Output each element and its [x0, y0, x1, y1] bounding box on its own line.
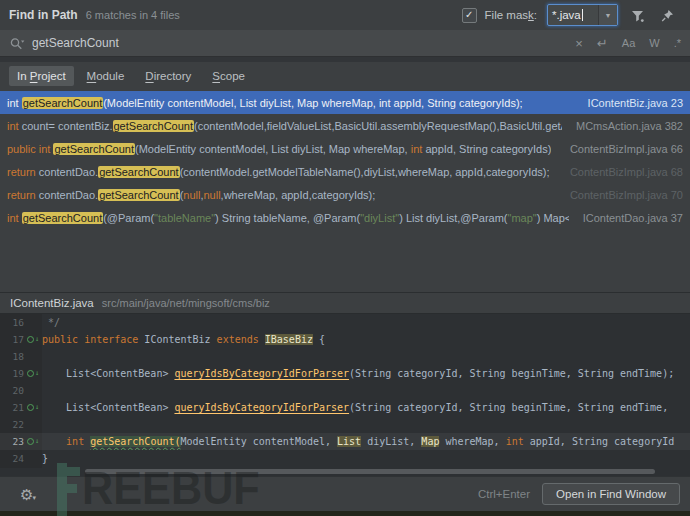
- code-segment: extends: [217, 334, 265, 345]
- insert-newline-icon[interactable]: ↵: [597, 36, 608, 51]
- tabs: In ProjectModuleDirectoryScope: [0, 62, 690, 90]
- result-text: public int getSearchCount(ModelEntity co…: [7, 143, 551, 155]
- code-line[interactable]: 23↓ int getSearchCount(ModelEntity conte…: [0, 433, 690, 450]
- file-mask-label-pre: File mas: [485, 9, 528, 21]
- preview-file-name: IContentBiz.java: [10, 297, 94, 309]
- code-text: }: [42, 453, 48, 464]
- code-segment: */: [42, 317, 60, 328]
- line-number: 24: [0, 453, 24, 464]
- line-number: 19: [0, 368, 24, 379]
- text-caret: [582, 9, 583, 21]
- search-history-chevron[interactable]: [21, 40, 24, 42]
- line-number: 16: [0, 317, 24, 328]
- result-text: int getSearchCount(ModelEntity contentMo…: [7, 97, 523, 109]
- implemented-method-icon[interactable]: ↓: [24, 370, 42, 377]
- tab-directory[interactable]: Directory: [137, 66, 199, 86]
- regex-toggle[interactable]: .*: [674, 37, 681, 49]
- search-query: getSearchCount: [32, 36, 119, 50]
- code-segment: [42, 436, 66, 447]
- code-line[interactable]: 22: [0, 416, 690, 433]
- code-segment: List<ContentBean>: [42, 402, 174, 413]
- tab-in-project[interactable]: In Project: [9, 66, 74, 86]
- code-segment: (String categoryId, String beginTime, St…: [349, 368, 674, 379]
- code-segment: IContentBiz: [144, 334, 216, 345]
- dialog-footer: ⚙▾ Ctrl+Enter Open in Find Window: [0, 476, 690, 511]
- code-segment: int: [7, 212, 22, 224]
- code-segment: ModelEntity contentModel,: [181, 436, 338, 447]
- file-mask-label: File mask:: [485, 9, 537, 21]
- search-icon: [9, 36, 25, 51]
- result-file-label: ContentBizImpl.java 68: [556, 166, 683, 178]
- code-segment: contentDao.: [39, 166, 98, 178]
- horizontal-scrollbar[interactable]: [0, 468, 690, 476]
- code-line[interactable]: 24}: [0, 450, 690, 467]
- file-mask-dropdown-button[interactable]: ▼: [598, 5, 617, 25]
- code-segment: ) String tableName, @Param(: [215, 212, 360, 224]
- code-line[interactable]: 21↓ List<ContentBean> queryIdsByCategory…: [0, 399, 690, 416]
- filter-button[interactable]: [626, 4, 648, 26]
- settings-gear-button[interactable]: ⚙▾: [20, 487, 36, 502]
- code-segment: (contentModel,fieldValueList,BasicUtil.a…: [194, 120, 562, 132]
- open-in-find-window-button[interactable]: Open in Find Window: [542, 483, 680, 505]
- preview-header: IContentBiz.java src/main/java/net/mings…: [0, 292, 690, 314]
- code-line[interactable]: 20: [0, 382, 690, 399]
- result-row[interactable]: return contentDao.getSearchCount(content…: [0, 160, 690, 183]
- code-segment: ,whereMap, appId,categoryIds);: [221, 189, 376, 201]
- code-segment: queryIdsByCategoryIdForParser: [174, 402, 349, 413]
- code-segment: IBaseBiz: [265, 334, 313, 345]
- clear-search-icon[interactable]: ×: [575, 36, 583, 51]
- code-segment: diyList,: [361, 436, 421, 447]
- code-line[interactable]: 17↓public interface IContentBiz extends …: [0, 331, 690, 348]
- results-list: int getSearchCount(ModelEntity contentMo…: [0, 91, 690, 229]
- code-segment: int: [7, 120, 22, 132]
- code-line[interactable]: 19↓ List<ContentBean> queryIdsByCategory…: [0, 365, 690, 382]
- result-file-label: IContentBiz.java 23: [574, 97, 683, 109]
- tab-scope[interactable]: Scope: [204, 66, 253, 86]
- result-row[interactable]: int count= contentBiz.getSearchCount(con…: [0, 114, 690, 137]
- result-file-label: ContentBizImpl.java 66: [556, 143, 683, 155]
- line-number: 21: [0, 402, 24, 413]
- code-segment: public int: [7, 143, 53, 155]
- shortcut-hint: Ctrl+Enter: [478, 488, 530, 500]
- code-text: int getSearchCount(ModelEntity contentMo…: [42, 436, 674, 447]
- code-segment: getSearchCount: [113, 120, 195, 132]
- code-segment: getSearchCount: [22, 97, 104, 109]
- result-text: return contentDao.getSearchCount(null,nu…: [7, 189, 375, 201]
- code-segment: List: [337, 436, 361, 447]
- whole-words-toggle[interactable]: W: [649, 37, 659, 49]
- code-segment: int: [411, 143, 423, 155]
- scrollbar-thumb[interactable]: [85, 469, 655, 474]
- result-row[interactable]: return contentDao.getSearchCount(null,nu…: [0, 183, 690, 206]
- pin-button[interactable]: [656, 4, 678, 26]
- code-segment: {: [313, 334, 325, 345]
- code-segment: null: [183, 189, 200, 201]
- result-file-label: MCmsAction.java 382: [562, 120, 683, 132]
- code-line[interactable]: 16 */: [0, 314, 690, 331]
- code-segment: getSearchCount: [98, 189, 180, 201]
- code-text: */: [42, 317, 60, 328]
- result-row[interactable]: int getSearchCount(@Param("tableName") S…: [0, 206, 690, 229]
- search-field[interactable]: getSearchCount × ↵ Aa W .*: [0, 30, 690, 57]
- implemented-method-icon[interactable]: ↓: [24, 438, 42, 445]
- code-segment: contentDao.: [39, 189, 98, 201]
- code-segment: }: [42, 453, 48, 464]
- file-mask-checkbox[interactable]: ✓: [462, 8, 477, 23]
- implemented-method-icon[interactable]: ↓: [24, 336, 42, 343]
- code-segment: appId, String categoryIds): [422, 143, 551, 155]
- match-case-toggle[interactable]: Aa: [622, 37, 635, 49]
- result-row[interactable]: int getSearchCount(ModelEntity contentMo…: [0, 91, 690, 114]
- code-segment: return: [7, 189, 39, 201]
- code-segment: int: [7, 97, 22, 109]
- code-preview-editor[interactable]: 16 */17↓public interface IContentBiz ext…: [0, 314, 690, 468]
- code-line[interactable]: 18: [0, 348, 690, 365]
- file-mask-input[interactable]: *.java: [548, 5, 598, 25]
- line-number: 18: [0, 351, 24, 362]
- file-mask-combobox[interactable]: *.java ▼: [547, 4, 618, 26]
- tab-module[interactable]: Module: [79, 66, 133, 86]
- result-row[interactable]: public int getSearchCount(ModelEntity co…: [0, 137, 690, 160]
- implemented-method-icon[interactable]: ↓: [24, 404, 42, 411]
- chevron-down-icon: ▾: [32, 494, 36, 501]
- dialog-header: Find in Path 6 matches in 4 files ✓ File…: [0, 0, 690, 30]
- line-number: 17: [0, 334, 24, 345]
- code-segment: "diyList": [360, 212, 399, 224]
